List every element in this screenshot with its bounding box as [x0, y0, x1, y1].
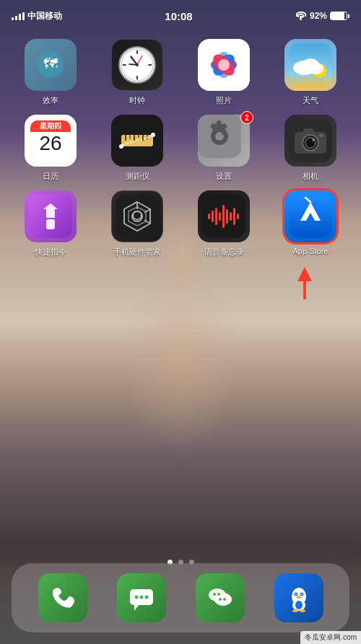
app-icon-weather[interactable] — [284, 39, 336, 91]
app-camera[interactable]: 相机 — [274, 115, 347, 182]
app-label-voice: 语音备忘录 — [204, 247, 244, 257]
svg-point-77 — [219, 598, 222, 601]
app-icon-voice[interactable] — [198, 190, 250, 242]
app-icon-appstore[interactable] — [284, 190, 336, 242]
app-shortcuts[interactable]: 快捷指令 — [14, 190, 87, 257]
app-label-xiaolv: 效率 — [43, 95, 58, 106]
svg-point-20 — [218, 59, 230, 71]
svg-rect-61 — [226, 209, 228, 224]
app-label-photos: 照片 — [216, 95, 232, 106]
svg-point-25 — [309, 63, 323, 74]
app-icon-calendar[interactable]: 星期四 26 — [25, 115, 77, 167]
svg-point-88 — [300, 609, 305, 612]
svg-point-71 — [139, 596, 143, 599]
app-icon-shortcuts[interactable] — [25, 190, 77, 242]
app-icon-photos[interactable] — [198, 39, 250, 91]
app-icon-camera[interactable] — [284, 115, 336, 167]
svg-text:🗺: 🗺 — [43, 56, 58, 71]
calendar-weekday: 星期四 — [30, 120, 71, 132]
signal-bars-icon — [12, 12, 25, 20]
status-left: 中国移动 — [12, 10, 62, 22]
svg-point-10 — [136, 63, 139, 66]
svg-point-86 — [295, 601, 303, 609]
svg-point-75 — [213, 593, 216, 596]
app-calendar[interactable]: 星期四 26 日历 — [14, 115, 87, 182]
clock-face — [118, 46, 156, 84]
battery-icon — [330, 12, 349, 20]
app-hardware[interactable]: ⬡ 手机硬件管家 — [101, 190, 173, 257]
app-label-settings: 设置 — [216, 171, 232, 182]
app-label-camera: 相机 — [303, 171, 318, 182]
status-bar: 中国移动 10:08 92% — [0, 0, 361, 32]
svg-rect-63 — [233, 208, 235, 225]
app-label-weather: 天气 — [303, 95, 318, 106]
status-right: 92% — [295, 11, 349, 21]
svg-rect-62 — [230, 212, 232, 221]
app-label-hardware: 手机硬件管家 — [113, 247, 161, 257]
app-label-measure: 测距仪 — [126, 171, 149, 182]
svg-point-87 — [292, 609, 298, 612]
app-xiaolv[interactable]: 🗺 效率 — [14, 39, 87, 106]
app-label-clock: 时钟 — [129, 95, 145, 106]
calendar-day: 26 — [39, 133, 61, 154]
svg-point-78 — [223, 598, 226, 601]
app-row-3: 快捷指令 ⬡ 手机硬件管家 — [14, 190, 347, 257]
arrow-shaft — [303, 281, 306, 299]
app-label-calendar: 日历 — [43, 171, 58, 182]
app-voice[interactable]: 语音备忘录 — [188, 190, 260, 257]
dock-app-qq[interactable] — [274, 573, 323, 622]
dock — [12, 563, 349, 632]
app-row-1: 🗺 效率 — [14, 39, 347, 106]
svg-point-43 — [312, 138, 315, 141]
app-row-2: 星期四 26 日历 — [14, 115, 347, 182]
svg-rect-44 — [319, 134, 323, 137]
svg-rect-59 — [219, 212, 221, 221]
app-icon-clock[interactable] — [111, 39, 163, 91]
svg-rect-58 — [215, 208, 217, 225]
svg-rect-64 — [237, 213, 239, 219]
svg-point-76 — [217, 593, 220, 596]
dock-app-messages[interactable] — [117, 573, 166, 622]
watermark: 冬瓜安卓网.com — [300, 631, 361, 644]
app-icon-settings[interactable]: 2 — [198, 115, 250, 167]
arrow-indicator — [297, 267, 312, 299]
svg-rect-57 — [212, 211, 214, 222]
settings-badge: 2 — [240, 111, 253, 124]
svg-rect-46 — [46, 219, 55, 229]
app-clock[interactable]: 时钟 — [101, 39, 173, 106]
app-measure[interactable]: 测距仪 — [101, 115, 173, 182]
app-icon-hardware[interactable]: ⬡ — [111, 190, 163, 242]
svg-point-82 — [295, 594, 297, 595]
app-icon-xiaolv[interactable]: 🗺 — [25, 39, 77, 91]
svg-point-84 — [297, 596, 301, 599]
svg-rect-40 — [303, 128, 313, 134]
dock-app-phone[interactable] — [38, 573, 87, 622]
app-label-shortcuts: 快捷指令 — [35, 247, 66, 257]
svg-rect-60 — [222, 205, 225, 228]
app-photos[interactable]: 照片 — [188, 39, 260, 106]
app-weather[interactable]: 天气 — [274, 39, 347, 106]
app-label-appstore: App Store — [293, 247, 329, 255]
carrier-label: 中国移动 — [27, 10, 62, 22]
svg-rect-56 — [208, 213, 210, 219]
wifi-icon — [295, 12, 307, 20]
time-display: 10:08 — [165, 10, 192, 22]
battery-percentage: 92% — [310, 11, 327, 21]
app-settings[interactable]: 2 设置 — [188, 115, 260, 182]
arrow-up-icon — [297, 267, 312, 281]
app-icon-measure[interactable] — [111, 115, 163, 167]
dock-app-wechat[interactable] — [196, 573, 245, 622]
svg-point-83 — [301, 594, 303, 595]
svg-marker-69 — [134, 605, 139, 611]
svg-point-70 — [134, 596, 138, 599]
app-appstore[interactable]: App Store — [274, 190, 347, 257]
svg-point-72 — [144, 596, 148, 599]
